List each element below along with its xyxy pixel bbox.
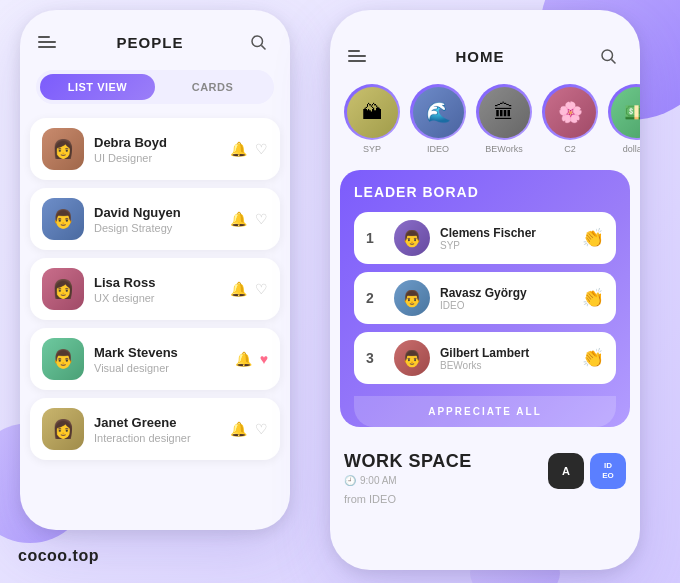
leader-name-clemens: Clemens Fischer (440, 226, 582, 240)
story-dollar[interactable]: 💵 dolla... (608, 84, 640, 154)
search-button-right[interactable] (594, 42, 622, 70)
story-beworks[interactable]: 🏛 BEWorks (476, 84, 532, 154)
story-label-c2: C2 (564, 144, 576, 154)
person-info-lisa: Lisa Ross UX designer (94, 275, 230, 304)
phone-right: HOME 🏔 SYP 🌊 IDEO 🏛 BEWorks 🌸 (330, 10, 640, 570)
person-name-mark: Mark Stevens (94, 345, 235, 360)
like-icon-janet[interactable]: ♡ (255, 421, 268, 437)
appreciate-all-button[interactable]: APPRECIATE ALL (354, 396, 616, 427)
tab-list-view[interactable]: LIST VIEW (40, 74, 155, 100)
clap-icon-2[interactable]: 👏 (582, 287, 604, 309)
workspace-title: WORK SPACE (344, 451, 472, 472)
message-icon-david[interactable]: 🔔 (230, 211, 247, 227)
clap-icon-3[interactable]: 👏 (582, 347, 604, 369)
workspace-section: WORK SPACE 🕘 9:00 AM A IDEO from IDEO (330, 435, 640, 513)
story-label-beworks: BEWorks (485, 144, 522, 154)
menu-icon-left[interactable] (38, 36, 56, 48)
workspace-time: 🕘 9:00 AM (344, 475, 472, 486)
workspace-time-value: 9:00 AM (360, 475, 397, 486)
leader-name-gilbert: Gilbert Lambert (440, 346, 582, 360)
leader-board-title: LEADER BORAD (354, 184, 616, 200)
person-name-janet: Janet Greene (94, 415, 230, 430)
svg-line-3 (611, 59, 615, 63)
story-label-dollar: dolla... (623, 144, 640, 154)
person-actions-mark: 🔔 ♥ (235, 351, 268, 367)
story-label-ideo: IDEO (427, 144, 449, 154)
phone-right-header: HOME (330, 24, 640, 78)
person-role-debra: UI Designer (94, 152, 230, 164)
leader-team-gilbert: BEWorks (440, 360, 582, 371)
stories-row: 🏔 SYP 🌊 IDEO 🏛 BEWorks 🌸 C2 💵 (330, 78, 640, 162)
tab-cards[interactable]: CARDS (155, 74, 270, 100)
person-card-mark: 👨 Mark Stevens Visual designer 🔔 ♥ (30, 328, 280, 390)
leader-info-gilbert: Gilbert Lambert BEWorks (440, 346, 582, 371)
clock-icon: 🕘 (344, 475, 356, 486)
rank-3: 3 (366, 350, 384, 366)
like-icon-lisa[interactable]: ♡ (255, 281, 268, 297)
leader-info-ravasz: Ravasz György IDEO (440, 286, 582, 311)
phone-left: PEOPLE LIST VIEW CARDS 👩 Debra Boyd UI D… (20, 10, 290, 530)
person-actions-debra: 🔔 ♡ (230, 141, 268, 157)
leader-item-2: 2 👨 Ravasz György IDEO 👏 (354, 272, 616, 324)
leader-item-1: 1 👨 Clemens Fischer SYP 👏 (354, 212, 616, 264)
search-button-left[interactable] (244, 28, 272, 56)
story-label-syp: SYP (363, 144, 381, 154)
story-syp[interactable]: 🏔 SYP (344, 84, 400, 154)
avatar-debra: 👩 (42, 128, 84, 170)
story-ideo[interactable]: 🌊 IDEO (410, 84, 466, 154)
people-list: 👩 Debra Boyd UI Designer 🔔 ♡ 👨 David Ngu… (20, 118, 290, 460)
person-actions-david: 🔔 ♡ (230, 211, 268, 227)
person-card-janet: 👩 Janet Greene Interaction designer 🔔 ♡ (30, 398, 280, 460)
menu-icon-right[interactable] (348, 50, 366, 62)
person-name-lisa: Lisa Ross (94, 275, 230, 290)
workspace-avatar-ideo: IDEO (590, 453, 626, 489)
person-name-david: David Nguyen (94, 205, 230, 220)
leader-board: LEADER BORAD 1 👨 Clemens Fischer SYP 👏 2… (340, 170, 630, 427)
workspace-avatar-a: A (548, 453, 584, 489)
person-role-david: Design Strategy (94, 222, 230, 234)
person-role-mark: Visual designer (94, 362, 235, 374)
person-info-janet: Janet Greene Interaction designer (94, 415, 230, 444)
person-info-debra: Debra Boyd UI Designer (94, 135, 230, 164)
avatar-janet: 👩 (42, 408, 84, 450)
workspace-avatars: A IDEO (548, 453, 626, 489)
avatar-ravasz: 👨 (394, 280, 430, 316)
workspace-subtitle: from IDEO (344, 493, 626, 505)
avatar-lisa: 👩 (42, 268, 84, 310)
svg-point-0 (252, 36, 263, 47)
person-card-david: 👨 David Nguyen Design Strategy 🔔 ♡ (30, 188, 280, 250)
message-icon-janet[interactable]: 🔔 (230, 421, 247, 437)
avatar-gilbert: 👨 (394, 340, 430, 376)
branding: cocoo.top (18, 547, 99, 565)
phone-left-title: PEOPLE (117, 34, 184, 51)
person-role-janet: Interaction designer (94, 432, 230, 444)
rank-1: 1 (366, 230, 384, 246)
person-card-debra: 👩 Debra Boyd UI Designer 🔔 ♡ (30, 118, 280, 180)
leader-team-clemens: SYP (440, 240, 582, 251)
story-c2[interactable]: 🌸 C2 (542, 84, 598, 154)
message-icon-lisa[interactable]: 🔔 (230, 281, 247, 297)
avatar-david: 👨 (42, 198, 84, 240)
message-icon-mark[interactable]: 🔔 (235, 351, 252, 367)
like-icon-david[interactable]: ♡ (255, 211, 268, 227)
person-actions-janet: 🔔 ♡ (230, 421, 268, 437)
like-icon-mark[interactable]: ♥ (260, 351, 268, 367)
person-card-lisa: 👩 Lisa Ross UX designer 🔔 ♡ (30, 258, 280, 320)
svg-point-2 (602, 50, 613, 61)
like-icon-debra[interactable]: ♡ (255, 141, 268, 157)
clap-icon-1[interactable]: 👏 (582, 227, 604, 249)
leader-info-clemens: Clemens Fischer SYP (440, 226, 582, 251)
leader-name-ravasz: Ravasz György (440, 286, 582, 300)
message-icon-debra[interactable]: 🔔 (230, 141, 247, 157)
person-role-lisa: UX designer (94, 292, 230, 304)
person-info-mark: Mark Stevens Visual designer (94, 345, 235, 374)
rank-2: 2 (366, 290, 384, 306)
person-name-debra: Debra Boyd (94, 135, 230, 150)
person-info-david: David Nguyen Design Strategy (94, 205, 230, 234)
leader-team-ravasz: IDEO (440, 300, 582, 311)
avatar-clemens: 👨 (394, 220, 430, 256)
view-tabs: LIST VIEW CARDS (36, 70, 274, 104)
svg-line-1 (261, 45, 265, 49)
brand-text: cocoo.top (18, 547, 99, 564)
avatar-mark: 👨 (42, 338, 84, 380)
